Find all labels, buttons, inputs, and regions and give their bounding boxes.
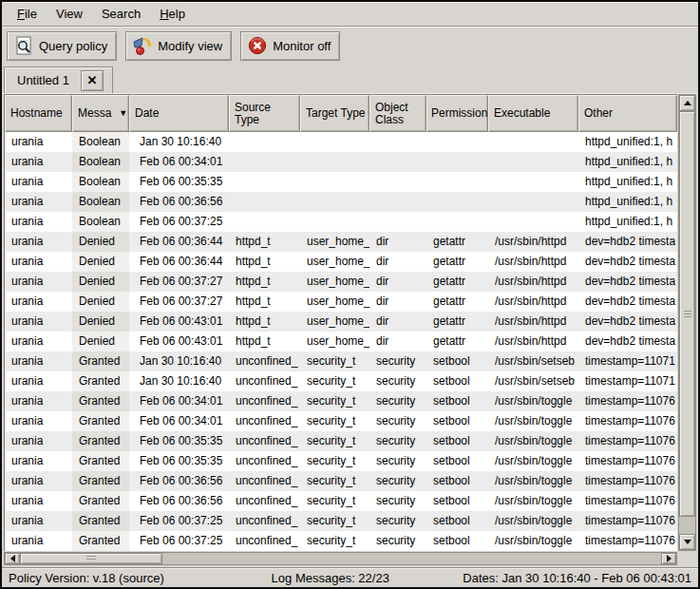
menubar: FileViewSearchHelp xyxy=(2,2,698,27)
log-cell: urania xyxy=(5,491,72,511)
log-cell: dir xyxy=(369,252,426,272)
log-cell xyxy=(229,152,300,172)
log-cell xyxy=(426,192,488,212)
column-header-other[interactable]: Other xyxy=(578,95,677,132)
query-policy-button[interactable]: Query policy xyxy=(7,31,117,61)
column-header-messa[interactable]: Messa▼ xyxy=(72,95,129,132)
log-cell xyxy=(426,132,488,152)
log-row[interactable]: uraniaDeniedFeb 06 00:37:27httpd_tuser_h… xyxy=(5,292,677,312)
log-cell: /usr/sbin/toggle xyxy=(488,451,578,471)
log-row[interactable]: uraniaDeniedFeb 06 00:36:44httpd_tuser_h… xyxy=(5,252,677,272)
column-header-executable[interactable]: Executable xyxy=(488,95,578,132)
thumb-grip xyxy=(86,556,96,561)
log-cell: security xyxy=(369,371,426,391)
log-row[interactable]: uraniaBooleanFeb 06 00:36:56httpd_unifie… xyxy=(5,192,677,212)
column-header-object-class[interactable]: Object Class xyxy=(369,95,426,132)
menu-item-view[interactable]: View xyxy=(47,4,92,24)
log-row[interactable]: uraniaGrantedFeb 06 00:34:01unconfined_s… xyxy=(5,391,677,411)
log-cell: urania xyxy=(5,511,72,531)
log-cell: Feb 06 00:37:27 xyxy=(129,272,229,292)
log-cell: Denied xyxy=(72,332,129,352)
log-row[interactable]: uraniaBooleanFeb 06 00:35:35httpd_unifie… xyxy=(5,172,677,192)
monitor-off-button[interactable]: Monitor off xyxy=(240,31,340,61)
log-cell: security_t xyxy=(300,371,369,391)
log-row[interactable]: uraniaGrantedFeb 06 00:35:35unconfined_s… xyxy=(5,431,677,451)
log-cell: timestamp=11076 xyxy=(578,491,677,511)
log-cell: /usr/sbin/httpd xyxy=(488,332,578,352)
log-cell xyxy=(300,192,369,212)
log-row[interactable]: uraniaGrantedFeb 06 00:36:56unconfined_s… xyxy=(5,471,677,491)
scroll-left-button[interactable] xyxy=(5,553,20,564)
log-cell: security xyxy=(369,491,426,511)
log-cell: setbool xyxy=(426,451,488,471)
log-cell: security xyxy=(369,471,426,491)
log-cell: Granted xyxy=(72,391,129,411)
log-row[interactable]: uraniaGrantedFeb 06 00:37:25unconfined_s… xyxy=(5,511,677,531)
column-header-permission[interactable]: Permission xyxy=(426,95,488,132)
log-cell: /usr/sbin/httpd xyxy=(488,272,578,292)
log-cell: httpd_t xyxy=(229,292,300,312)
tab-close-button[interactable]: ✕ xyxy=(81,70,104,91)
log-cell: setbool xyxy=(426,411,488,431)
log-cell: urania xyxy=(5,312,72,332)
log-cell: unconfined_ xyxy=(229,371,300,391)
seaudit-window: FileViewSearchHelp Query policy Modify v… xyxy=(0,0,700,589)
log-cell: security xyxy=(369,431,426,451)
log-row[interactable]: uraniaBooleanJan 30 10:16:40httpd_unifie… xyxy=(5,132,677,152)
log-cell: Granted xyxy=(72,431,129,451)
log-cell xyxy=(300,212,369,232)
column-header-target-type[interactable]: Target Type xyxy=(300,95,369,132)
column-header-label: Target Type xyxy=(306,107,365,120)
horizontal-scrollbar-thumb[interactable] xyxy=(20,553,162,564)
scroll-down-button[interactable] xyxy=(679,534,695,550)
log-row[interactable]: uraniaDeniedFeb 06 00:37:27httpd_tuser_h… xyxy=(5,272,677,292)
log-row[interactable]: uraniaBooleanFeb 06 00:37:25httpd_unifie… xyxy=(5,212,677,232)
log-row[interactable]: uraniaGrantedFeb 06 00:36:56unconfined_s… xyxy=(5,491,677,511)
log-row[interactable]: uraniaDeniedFeb 06 00:36:44httpd_tuser_h… xyxy=(5,232,677,252)
scroll-up-button[interactable] xyxy=(679,95,695,111)
menu-item-search[interactable]: Search xyxy=(92,4,150,24)
log-row[interactable]: uraniaGrantedJan 30 10:16:40unconfined_s… xyxy=(5,352,677,371)
log-row[interactable]: uraniaGrantedFeb 06 00:34:01unconfined_s… xyxy=(5,411,677,431)
log-cell: unconfined_ xyxy=(229,471,300,491)
log-cell: Feb 06 00:37:27 xyxy=(129,292,229,312)
query-policy-icon xyxy=(13,35,34,56)
column-header-source-type[interactable]: Source Type xyxy=(229,95,300,132)
log-cell xyxy=(229,212,300,232)
log-row[interactable]: uraniaGrantedJan 30 10:16:40unconfined_s… xyxy=(5,371,677,391)
log-cell: security_t xyxy=(300,431,369,451)
menu-item-file[interactable]: File xyxy=(8,4,47,24)
vertical-scrollbar[interactable] xyxy=(678,94,696,551)
vertical-scrollbar-thumb[interactable] xyxy=(679,111,695,517)
log-cell: dir xyxy=(369,332,426,352)
column-header-date[interactable]: Date xyxy=(129,95,229,132)
log-row[interactable]: uraniaGrantedFeb 06 00:37:25unconfined_s… xyxy=(5,531,677,551)
log-cell: setbool xyxy=(426,371,488,391)
menu-item-help[interactable]: Help xyxy=(150,4,195,24)
tab-untitled-1[interactable]: Untitled 1 ✕ xyxy=(4,66,113,93)
log-row[interactable]: uraniaGrantedFeb 06 00:35:35unconfined_s… xyxy=(5,451,677,471)
log-cell: Jan 30 10:16:40 xyxy=(129,132,229,152)
log-cell: dev=hdb2 timesta xyxy=(578,332,677,352)
column-header-label: Other xyxy=(584,107,613,120)
horizontal-scrollbar[interactable] xyxy=(4,552,677,565)
log-cell: Jan 30 10:16:40 xyxy=(129,371,229,391)
column-header-label: Executable xyxy=(494,107,550,120)
log-cell: getattr xyxy=(426,232,488,252)
log-cell: dir xyxy=(369,312,426,332)
log-cell: Denied xyxy=(72,292,129,312)
log-cell: setbool xyxy=(426,352,488,371)
tabbar: Untitled 1 ✕ xyxy=(2,65,698,94)
modify-view-label: Modify view xyxy=(158,39,222,53)
log-row[interactable]: uraniaBooleanFeb 06 00:34:01httpd_unifie… xyxy=(5,152,677,172)
log-cell: setbool xyxy=(426,531,488,551)
modify-view-button[interactable]: Modify view xyxy=(125,31,232,61)
log-cell: Granted xyxy=(72,371,129,391)
log-row[interactable]: uraniaDeniedFeb 06 00:43:01httpd_tuser_h… xyxy=(5,312,677,332)
scroll-right-button[interactable] xyxy=(661,553,676,564)
column-header-label: Messa xyxy=(78,107,111,120)
table-body: uraniaBooleanJan 30 10:16:40httpd_unifie… xyxy=(5,132,677,551)
log-cell: security xyxy=(369,391,426,411)
column-header-hostname[interactable]: Hostname xyxy=(5,95,72,132)
log-row[interactable]: uraniaDeniedFeb 06 00:43:01httpd_tuser_h… xyxy=(5,332,677,352)
